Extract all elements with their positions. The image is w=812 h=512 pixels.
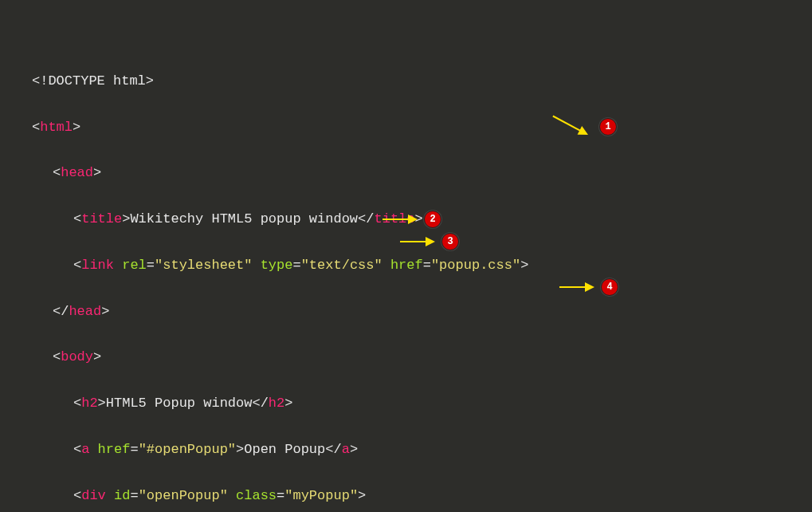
bracket: >: [101, 304, 109, 319]
annotation-1: 1: [550, 115, 617, 139]
attr-name: rel: [122, 258, 147, 273]
annotation-badge: 2: [424, 211, 441, 228]
attr-val: "openPopup": [139, 488, 228, 503]
attr-name: class: [236, 488, 277, 503]
bracket: >: [236, 442, 244, 457]
space: [114, 258, 122, 273]
attr-name: href: [98, 442, 131, 457]
eq: =: [130, 442, 138, 457]
bracket: >: [93, 349, 101, 364]
eq: =: [277, 488, 284, 503]
annotation-4: 4: [559, 278, 618, 296]
annotation-badge: 3: [441, 233, 459, 250]
tag-name: a: [81, 442, 89, 457]
tag-name: head: [61, 165, 93, 180]
arrow-icon: [382, 219, 418, 220]
tag-name: h2: [269, 396, 284, 411]
code-text: <!DOCTYPE html>: [32, 73, 154, 89]
space: [252, 258, 260, 273]
bracket: >: [520, 258, 528, 273]
bracket: >: [93, 165, 101, 180]
bracket: >: [122, 211, 130, 226]
bracket: >: [73, 120, 80, 135]
arrow-icon: [400, 241, 435, 242]
bracket: <: [73, 258, 81, 273]
tag-name: div: [81, 488, 106, 503]
tag-name: body: [61, 349, 93, 364]
tag-name: head: [69, 304, 101, 319]
bracket: <: [73, 211, 81, 226]
annotation-2: 2: [382, 211, 441, 228]
bracket: >: [284, 396, 292, 411]
arrow-icon: [559, 286, 594, 288]
tag-name: h2: [81, 396, 97, 411]
eq: =: [423, 258, 431, 273]
tag-name: link: [81, 258, 114, 273]
attr-name: type: [261, 258, 293, 273]
attr-name: href: [390, 258, 423, 273]
bracket: </: [53, 304, 69, 319]
bracket: <: [73, 442, 81, 457]
space: [382, 258, 390, 273]
bracket: <: [53, 349, 61, 364]
code-block: <!DOCTYPE html> <html> <head> <title>Wik…: [0, 0, 812, 512]
bracket: <: [73, 396, 81, 411]
space: [89, 442, 97, 457]
code-text: Open Popup: [244, 442, 325, 457]
bracket: </: [252, 396, 268, 411]
space: [228, 488, 236, 503]
tag-name: html: [40, 120, 73, 135]
bracket: <: [53, 165, 61, 180]
eq: =: [147, 258, 155, 273]
eq: =: [130, 488, 138, 503]
bracket: >: [358, 488, 366, 503]
tag-name: title: [81, 211, 122, 226]
annotation-3: 3: [400, 233, 459, 250]
bracket: >: [350, 442, 358, 457]
attr-val: "stylesheet": [155, 258, 252, 273]
attr-val: "text/css": [301, 258, 382, 273]
tag-name: a: [342, 442, 350, 457]
space: [106, 488, 114, 503]
attr-val: "#openPopup": [139, 442, 236, 457]
code-text: HTML5 Popup window: [106, 396, 253, 411]
bracket: <: [32, 120, 40, 135]
attr-val: "popup.css": [431, 258, 520, 273]
arrow-icon: [547, 107, 593, 147]
attr-name: id: [114, 488, 130, 503]
bracket: </: [358, 211, 374, 226]
annotation-badge: 1: [599, 118, 617, 136]
bracket: >: [98, 396, 106, 411]
bracket: </: [325, 442, 341, 457]
eq: =: [292, 258, 300, 273]
annotation-badge: 4: [601, 278, 618, 296]
code-text: Wikitechy HTML5 popup window: [130, 211, 358, 226]
attr-val: "myPopup": [284, 488, 358, 503]
bracket: <: [73, 488, 81, 503]
